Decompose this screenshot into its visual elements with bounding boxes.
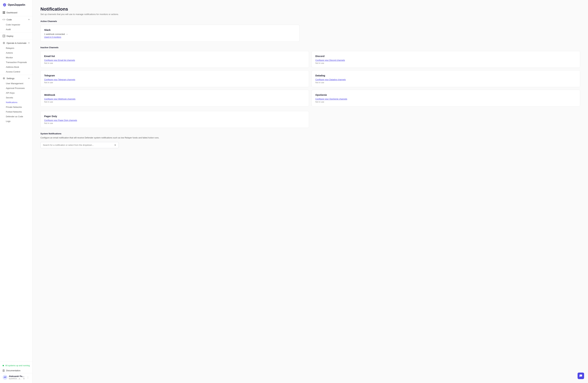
audit-label: Audit [6,28,11,31]
oz-logo-icon [3,3,6,7]
pager-duty-card[interactable]: Pager Duty Configure your Pager Duty cha… [41,111,309,128]
pager-duty-link[interactable]: Configure your Pager Duty channels [44,119,305,121]
sidebar-item-api-keys[interactable]: API Keys [0,91,32,95]
slack-name: Slack [44,28,296,31]
user-id-row: 0a394553-...a5cb29060 ⧉ [9,378,25,380]
sidebar-item-logs[interactable]: Logs [0,119,32,124]
chevron-down-icon-3: ▼ [28,77,30,79]
notifications-label: Notifications [6,101,18,104]
notification-search-dropdown[interactable]: ▼ [41,142,119,148]
operate-icon [3,42,5,44]
sidebar-item-actions[interactable]: Actions [0,51,32,55]
system-notifications-section: System Notifications Configure an email … [41,132,580,148]
active-channels-section: Active Channels Slack 1 webhook connecte… [41,20,580,42]
system-status: All systems up and running [0,363,32,368]
more-button[interactable]: ⋮ [26,375,30,380]
sidebar-bottom: All systems up and running Documentation… [0,361,32,383]
documentation-label: Documentation [6,369,21,372]
datadog-status: Not in use [315,81,576,84]
sidebar-nav: Dashboard Code ▼ Code Inspector Audit De… [0,10,32,361]
transaction-proposals-label: Transaction Proposals [6,61,27,63]
svg-rect-3 [4,13,5,14]
slack-used-in[interactable]: Used in 0 monitors [44,36,296,38]
sidebar-item-address-book[interactable]: Address Book [0,65,32,69]
sidebar-item-deploy[interactable]: Deploy [0,33,32,39]
svg-point-6 [4,78,4,79]
discord-status: Not in use [315,62,576,64]
main-content: Notifications Set up channels that you w… [33,0,588,383]
user-row: AP Aleksandr Pasevin 0a394553-...a5cb290… [0,373,32,381]
sidebar-item-settings[interactable]: Settings ▼ [0,76,32,81]
sidebar-item-notifications[interactable]: Notifications [0,100,32,105]
email-list-link[interactable]: Configure your Email list channels [44,59,305,61]
sidebar-item-transaction-proposals[interactable]: Transaction Proposals [0,60,32,65]
brand-name: OpenZeppelin [8,3,25,6]
inactive-channels-grid: Email list Configure your Email list cha… [41,51,580,107]
sidebar-item-forked-networks[interactable]: Forked Networks [0,109,32,114]
opsgenie-status: Not in use [315,101,576,103]
email-list-status: Not in use [44,62,305,64]
opsgenie-card[interactable]: OpsGenie Configure your OpsGenie channel… [312,90,580,107]
sidebar-item-secrets[interactable]: Secrets [0,95,32,100]
status-label: All systems up and running [5,364,30,367]
api-keys-label: API Keys [6,92,15,94]
sidebar-item-monitor[interactable]: Monitor [0,55,32,60]
sidebar-label-code: Code [6,19,12,21]
user-id: 0a394553-...a5cb29060 [9,378,22,380]
user-management-label: User Management [6,82,23,85]
telegram-link[interactable]: Configure your Telegram channels [44,78,305,81]
system-notif-heading: System Notifications [41,132,580,135]
slack-card[interactable]: Slack 1 webhook connected → Used in 0 mo… [41,25,299,42]
inactive-channels-heading: Inactive Channels [41,46,580,49]
sidebar-item-code-inspector[interactable]: Code Inspector [0,22,32,27]
svg-rect-0 [3,11,4,12]
sidebar-item-audit[interactable]: Audit [0,27,32,32]
svg-rect-2 [3,13,4,14]
sidebar-item-code[interactable]: Code ▼ [0,17,32,22]
code-icon [3,18,5,21]
webhook-status: Not in use [44,101,305,103]
datadog-card[interactable]: Datadog Configure your Datadog channels … [312,70,580,87]
discord-link[interactable]: Configure your Discord channels [315,59,576,61]
datadog-link[interactable]: Configure your Datadog channels [315,78,576,81]
webhook-link[interactable]: Configure your Webhook channels [44,98,305,100]
secrets-label: Secrets [6,96,13,99]
svg-rect-1 [4,11,5,12]
sidebar-item-access-control[interactable]: Access Control [0,69,32,74]
sidebar-label-dashboard: Dashboard [6,11,17,14]
telegram-card[interactable]: Telegram Configure your Telegram channel… [41,70,309,87]
sidebar-item-relayers[interactable]: Relayers [0,46,32,51]
sidebar-label-settings: Settings [6,77,15,80]
discord-card[interactable]: Discord Configure your Discord channels … [312,51,580,68]
deploy-icon [3,35,5,37]
sidebar-item-approval-processes[interactable]: Approval Processes [0,86,32,91]
telegram-name: Telegram [44,74,305,77]
private-networks-label: Private Networks [6,106,22,108]
sidebar-item-dashboard[interactable]: Dashboard [0,10,32,15]
address-book-label: Address Book [6,66,19,68]
sidebar-item-defender-as-code[interactable]: Defender as Code [0,114,32,119]
documentation-link[interactable]: Documentation [0,368,32,373]
discord-name: Discord [315,55,576,57]
sidebar-item-user-management[interactable]: User Management [0,81,32,86]
approval-processes-label: Approval Processes [6,87,25,89]
email-list-card[interactable]: Email list Configure your Email list cha… [41,51,309,68]
chevron-down-icon-2: ▼ [28,42,30,44]
status-dot [3,365,4,366]
logo[interactable]: OpenZeppelin [0,0,32,10]
grid-icon [3,11,5,14]
sidebar-item-private-networks[interactable]: Private Networks [0,105,32,109]
logs-label: Logs [6,120,10,122]
webhook-card[interactable]: Webhook Configure your Webhook channels … [41,90,309,107]
notification-search-input[interactable] [43,144,114,146]
chat-button[interactable] [578,373,584,379]
sidebar-label-deploy: Deploy [6,35,13,37]
relayers-label: Relayers [6,47,14,49]
svg-point-5 [3,42,4,43]
copy-icon[interactable]: ⧉ [23,378,25,380]
sidebar-item-operate[interactable]: Operate & Automate ▼ [0,40,32,46]
active-channels-heading: Active Channels [41,20,580,22]
opsgenie-link[interactable]: Configure your OpsGenie channels [315,98,576,100]
code-inspector-label: Code Inspector [6,23,20,26]
slack-webhook-text: 1 webhook connected → [44,33,296,35]
